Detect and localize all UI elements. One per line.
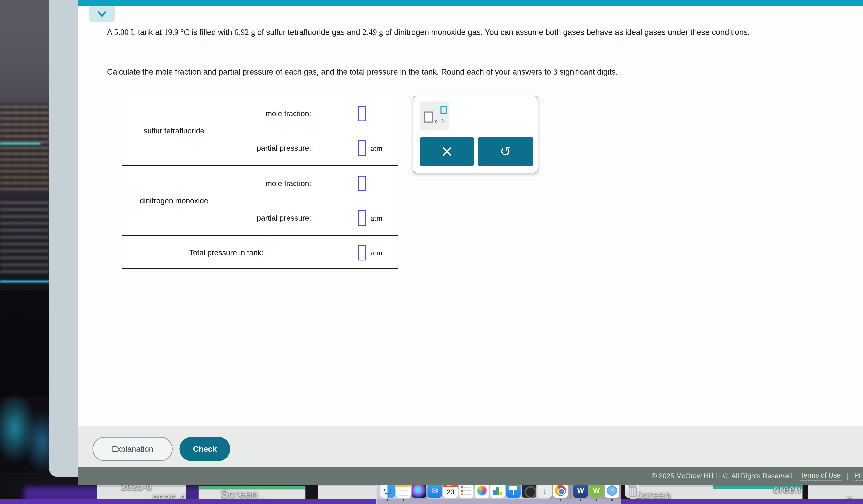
- x10-label: x10: [434, 118, 444, 125]
- mole-fraction-label: mole fraction:: [226, 179, 311, 188]
- dock-icon-chrome[interactable]: [553, 483, 568, 498]
- math-value: 19.9 °C: [164, 27, 189, 37]
- webroot-letter: W: [593, 487, 600, 495]
- dock-icon-notes[interactable]: [396, 483, 411, 498]
- dock-icon-photos[interactable]: [475, 483, 489, 498]
- table-row: partial pressure: atm: [226, 201, 399, 235]
- mantissa-box: [424, 112, 433, 123]
- math-value: 2.49 g: [362, 27, 383, 37]
- app-footer: © 2025 McGraw Hill LLC. All Rights Reser…: [78, 467, 863, 485]
- math-value: 3: [553, 67, 557, 76]
- problem-text-paragraph-1: A 5.00 L tank at 19.9 °C is filled with …: [107, 25, 863, 39]
- dock-icon-word[interactable]: W: [573, 483, 588, 498]
- dock-icon-reminders[interactable]: [459, 483, 473, 498]
- dock-icon-mail[interactable]: ✉: [427, 483, 442, 498]
- table-row-divider: [122, 165, 398, 166]
- footer-separator: |: [847, 472, 848, 480]
- math-value: 6.92 g: [234, 27, 255, 37]
- window-title-fragment: Screen: [221, 488, 258, 500]
- answer-input-palette: x10 ↺: [413, 96, 538, 173]
- word-letter: W: [577, 487, 584, 495]
- dock-icon-webroot[interactable]: W: [589, 483, 603, 498]
- download-arrow-icon: ↓: [542, 486, 547, 496]
- dock-icon-trash[interactable]: [625, 483, 639, 498]
- partial-pressure-label: partial pressure:: [226, 214, 311, 222]
- dock-icon-utility[interactable]: [522, 483, 536, 498]
- total-pressure-input[interactable]: [358, 245, 366, 261]
- math-value: 5.00 L: [114, 27, 136, 37]
- undo-icon: ↺: [500, 144, 511, 159]
- desktop-screen: 2025-0 Screen 2025-0 Screen 2025-0 Scree…: [0, 0, 863, 504]
- total-pressure-label: Total pressure in tank:: [122, 248, 264, 257]
- problem-text-paragraph-2: Calculate the mole fraction and partial …: [107, 65, 863, 79]
- mail-envelope-icon: ✉: [432, 486, 438, 495]
- table-total-row: Total pressure in tank: atm: [122, 236, 399, 269]
- wallpaper-buildings-2: [0, 199, 49, 273]
- chevron-down-icon: [97, 11, 108, 17]
- species-label-n2o: dinitrogen monoxide: [122, 166, 226, 235]
- partial-pressure-input-sf4[interactable]: [358, 140, 366, 156]
- explanation-button[interactable]: Explanation: [92, 437, 173, 461]
- privacy-center-link[interactable]: Privacy Center: [854, 471, 863, 480]
- mole-fraction-input-sf4[interactable]: [358, 106, 366, 121]
- partial-pressure-label: partial pressure:: [226, 144, 311, 152]
- wallpaper-water: [0, 290, 49, 397]
- wallpaper-neon-line-2: [0, 280, 49, 282]
- wallpaper-neon-line: [0, 142, 40, 144]
- wallpaper-reflection-2: [23, 407, 49, 476]
- table-row: mole fraction:: [226, 166, 399, 201]
- mole-fraction-label: mole fraction:: [226, 109, 311, 118]
- browser-left-margin: [49, 0, 78, 477]
- dock-separator: [622, 483, 622, 498]
- calendar-day-label: 23: [443, 487, 458, 497]
- wallpaper-buildings: [0, 103, 49, 190]
- dock-icon-calendar[interactable]: MAR 23: [443, 483, 458, 498]
- partial-pressure-input-n2o[interactable]: [358, 210, 366, 226]
- table-row: mole fraction:: [226, 96, 399, 131]
- table-row: partial pressure: atm: [226, 131, 399, 165]
- dock-icon-downloads[interactable]: ↓: [537, 483, 552, 498]
- exponent-box: [440, 106, 447, 114]
- x-icon: [441, 146, 452, 157]
- desktop-wallpaper: [0, 0, 49, 504]
- window-title-fragment: creen: [773, 483, 801, 495]
- answer-table: sulfur tetrafluoride dinitrogen monoxide…: [122, 96, 398, 269]
- window-title-fragment: Screen: [635, 489, 671, 501]
- collapse-panel-tab[interactable]: [89, 6, 115, 23]
- action-button-band: Explanation Check: [78, 426, 863, 467]
- dock-icon-safari[interactable]: [605, 483, 619, 498]
- app-top-accent-bar: [78, 0, 863, 6]
- dock-icon-finder[interactable]: [380, 483, 395, 498]
- scientific-notation-button[interactable]: x10: [420, 101, 449, 130]
- unit-label: atm: [371, 248, 383, 257]
- dock-icon-chart-app[interactable]: [490, 483, 505, 498]
- check-button[interactable]: Check: [179, 437, 230, 461]
- unit-label: atm: [371, 143, 383, 153]
- unit-label: atm: [371, 214, 383, 223]
- terms-of-use-link[interactable]: Terms of Use: [800, 471, 841, 480]
- aleks-app-window: A 5.00 L tank at 19.9 °C is filled with …: [78, 0, 863, 485]
- dock-separator: [570, 483, 571, 498]
- mole-fraction-input-n2o[interactable]: [358, 176, 366, 191]
- dock-icon-siri[interactable]: [412, 483, 426, 498]
- copyright-text: © 2025 McGraw Hill LLC. All Rights Reser…: [652, 472, 794, 480]
- dock-icon-keynote[interactable]: [506, 483, 521, 498]
- species-label-sf4: sulfur tetrafluoride: [122, 96, 226, 165]
- undo-button[interactable]: ↺: [478, 137, 533, 166]
- clear-button[interactable]: [420, 137, 474, 166]
